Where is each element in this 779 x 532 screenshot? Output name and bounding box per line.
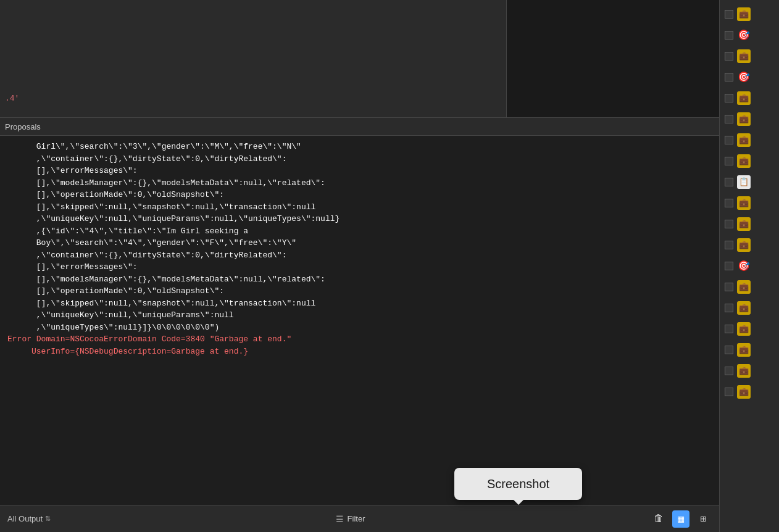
sidebar-checkbox[interactable] [725,31,733,39]
code-line: [],\"errorMessages\": [5,165,719,177]
red-target-special-icon: 🎯 [737,259,751,273]
sidebar-checkbox[interactable] [725,73,733,81]
sidebar-row[interactable]: 💼 [720,5,779,23]
yellow-bag-icon: 💼 [737,154,751,168]
code-line: ,\"container\":{},\"dirtyState\":0,\"dir… [5,153,719,165]
code-line: Boy\",\"search\":\"4\",\"gender\":\"F\",… [5,237,719,249]
right-sidebar: 💼🎯💼🎯💼💼💼💼📋💼💼💼🎯💼💼💼💼💼💼 [719,0,779,532]
bottom-left-controls: All Output ⇅ [7,514,51,523]
sidebar-row[interactable]: 📋 [720,173,779,191]
code-line: ,\"uniqueTypes\":null}]}\0\0\0\0\0\0") [5,322,719,334]
sidebar-checkbox[interactable] [725,136,733,144]
code-line: ,\"uniqueKey\":null,\"uniqueParams\":nul… [5,309,719,322]
sidebar-checkbox[interactable] [725,157,733,165]
code-line: [],\"operationMade\":0,\"oldSnapshot\": [5,285,719,297]
view-icon-1: ▦ [678,513,684,525]
code-line: [],\"skipped\":null,\"snapshot\":null,\"… [5,201,719,214]
sidebar-row[interactable]: 💼 [720,194,779,212]
view-toggle-button-2[interactable]: ⊞ [694,510,712,528]
red-target-icon: 🎯 [737,70,751,84]
sidebar-row[interactable]: 💼 [720,47,779,65]
bottom-toolbar: All Output ⇅ ☰ Filter 🗑 ▦ ⊞ [0,505,719,532]
sidebar-row[interactable]: 💼 [720,236,779,254]
filter-label: Filter [348,514,365,523]
sidebar-checkbox[interactable] [725,115,733,123]
bottom-center-controls: ☰ Filter [336,514,365,524]
top-right-area [506,0,719,117]
yellow-bag-icon: 💼 [737,196,751,210]
sidebar-checkbox[interactable] [725,52,733,60]
proposals-title: Proposals [5,122,41,131]
sidebar-checkbox[interactable] [725,388,733,396]
yellow-bag-icon: 💼 [737,7,751,21]
sidebar-row[interactable]: 💼 [720,341,779,359]
output-selector[interactable]: All Output ⇅ [7,514,51,523]
code-output-area: Girl\",\"search\":\"3\",\"gender\":\"M\"… [0,136,719,506]
yellow-bag-icon: 💼 [737,322,751,336]
sidebar-row[interactable]: 🎯 [720,257,779,275]
yellow-bag-icon: 💼 [737,364,751,378]
code-line: Girl\",\"search\":\"3\",\"gender\":\"M\"… [5,141,719,153]
code-line: [],\"operationMade\":0,\"oldSnapshot\": [5,189,719,201]
sidebar-checkbox[interactable] [725,94,733,102]
code-line: [],\"modelsManager\":{},\"modelsMetaData… [5,177,719,189]
code-line: Error Domain=NSCocoaErrorDomain Code=384… [5,333,719,346]
red-target-icon: 🎯 [737,28,751,42]
sidebar-row[interactable]: 💼 [720,131,779,149]
yellow-bag-icon: 💼 [737,238,751,252]
sidebar-row[interactable]: 💼 [720,89,779,107]
sidebar-row[interactable]: 💼 [720,299,779,317]
sidebar-row[interactable]: 💼 [720,152,779,170]
sidebar-checkbox[interactable] [725,367,733,375]
code-line: [],\"errorMessages\": [5,261,719,273]
filter-button[interactable]: ☰ Filter [336,514,365,524]
sidebar-row[interactable]: 💼 [720,110,779,128]
trash-button[interactable]: 🗑 [650,510,667,528]
yellow-bag-icon: 💼 [737,343,751,357]
yellow-bag-icon: 💼 [737,49,751,63]
yellow-bag-icon: 💼 [737,385,751,399]
trash-icon: 🗑 [654,513,664,525]
code-line: ,\"container\":{},\"dirtyState\":0,\"dir… [5,249,719,262]
view-icon-2: ⊞ [700,513,706,525]
sidebar-checkbox[interactable] [725,220,733,228]
sidebar-checkbox[interactable] [725,178,733,186]
sidebar-checkbox[interactable] [725,10,733,19]
code-content: Girl\",\"search\":\"3\",\"gender\":\"M\"… [0,136,719,362]
sidebar-row[interactable]: 💼 [720,383,779,401]
yellow-bag-icon: 💼 [737,217,751,231]
screenshot-label: Screenshot [487,477,549,491]
sidebar-checkbox[interactable] [725,304,733,312]
code-line: UserInfo={NSDebugDescription=Garbage at … [5,346,719,358]
sidebar-row[interactable]: 🎯 [720,26,779,44]
code-line: [],\"modelsManager\":{},\"modelsMetaData… [5,273,719,286]
sidebar-row[interactable]: 💼 [720,215,779,233]
sidebar-checkbox[interactable] [725,241,733,249]
bottom-right-controls: 🗑 ▦ ⊞ [650,510,712,528]
truncated-label: .4' [5,94,19,103]
sidebar-checkbox[interactable] [725,199,733,207]
sidebar-row[interactable]: 🎯 [720,68,779,86]
filter-icon: ☰ [336,514,344,524]
white-bag-icon: 📋 [737,175,751,189]
all-output-label: All Output [7,514,43,523]
sidebar-checkbox[interactable] [725,325,733,333]
yellow-bag-icon: 💼 [737,91,751,105]
chevron-updown-icon: ⇅ [45,515,51,523]
sidebar-row[interactable]: 💼 [720,362,779,380]
yellow-bag-icon: 💼 [737,280,751,294]
code-line: [],\"skipped\":null,\"snapshot\":null,\"… [5,297,719,310]
sidebar-checkbox[interactable] [725,262,733,270]
proposals-header: Proposals [0,117,719,136]
code-line: ,{\"id\":\"4\",\"title\":\"Im Girl seeki… [5,225,719,238]
view-toggle-button-1[interactable]: ▦ [672,510,689,528]
screenshot-tooltip: Screenshot [454,468,582,500]
yellow-bag-icon: 💼 [737,133,751,147]
sidebar-row[interactable]: 💼 [720,278,779,296]
sidebar-checkbox[interactable] [725,346,733,354]
sidebar-checkbox[interactable] [725,283,733,291]
vertical-divider [506,0,507,117]
code-line: ,\"uniqueKey\":null,\"uniqueParams\":nul… [5,213,719,225]
yellow-bag-icon: 💼 [737,112,751,126]
sidebar-row[interactable]: 💼 [720,320,779,338]
